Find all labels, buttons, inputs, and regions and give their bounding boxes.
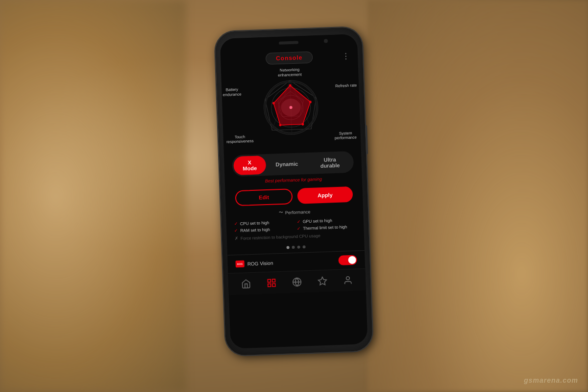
phone-container: Console ⋮ Networkingenhancement Refresh …: [210, 26, 378, 366]
svg-rect-21: [268, 284, 271, 287]
scene: Console ⋮ Networkingenhancement Refresh …: [0, 0, 588, 392]
nav-icon-star[interactable]: [316, 274, 330, 288]
perf-item-gpu: ✓ GPU set to high: [297, 217, 356, 224]
menu-dots-icon[interactable]: ⋮: [342, 51, 350, 61]
rog-vision-toggle[interactable]: [338, 255, 357, 265]
svg-point-26: [346, 276, 349, 280]
edit-button[interactable]: Edit: [235, 188, 293, 206]
performance-title: 〜 Performance: [234, 207, 355, 217]
performance-grid: ✓ CPU set to high ✓ GPU set to high ✓ RA…: [234, 217, 356, 241]
mode-btn-dynamic[interactable]: Dynamic: [268, 154, 306, 174]
background-left: [0, 0, 186, 392]
radar-label-bottom-left: Touchresponsiveness: [226, 134, 254, 144]
apply-button[interactable]: Apply: [297, 186, 353, 204]
radar-label-left: Batteryendurance: [222, 87, 241, 97]
radar-section: Networkingenhancement Refresh rate Syste…: [221, 63, 361, 152]
dot-3: [297, 245, 300, 248]
nav-icon-globe[interactable]: [290, 275, 304, 289]
svg-rect-20: [272, 279, 275, 282]
mode-section: X Mode Dynamic Ultra durable Best perfor…: [224, 147, 362, 189]
svg-marker-25: [318, 277, 326, 285]
radar-chart: [258, 74, 323, 140]
phone-screen: Console ⋮ Networkingenhancement Refresh …: [220, 34, 368, 348]
radar-label-bottom-right: Systemperformance: [335, 131, 357, 141]
check-icon-ram: ✓: [234, 228, 238, 233]
check-icon-cpu: ✓: [234, 221, 238, 226]
perf-item-thermal: ✓ Thermal limit set to high: [297, 224, 356, 231]
radar-label-right: Refresh rate: [335, 83, 357, 88]
dot-2: [292, 246, 294, 249]
rog-logo: ROG: [236, 260, 245, 267]
x-icon-force: ✗: [235, 236, 239, 241]
nav-icon-user[interactable]: [341, 273, 355, 287]
svg-rect-19: [268, 279, 270, 282]
nav-icon-home[interactable]: [239, 277, 253, 291]
check-icon-gpu: ✓: [297, 219, 301, 224]
mode-buttons-group: X Mode Dynamic Ultra durable: [232, 151, 354, 177]
rog-vision-label: ROG ROG Vision: [236, 259, 273, 267]
performance-icon: 〜: [279, 209, 283, 215]
dot-4: [302, 245, 305, 248]
watermark: gsmarena.com: [524, 376, 578, 384]
bottom-nav: [228, 268, 366, 295]
mode-btn-xmode[interactable]: X Mode: [233, 155, 266, 175]
phone-outer: Console ⋮ Networkingenhancement Refresh …: [215, 26, 373, 355]
mode-subtitle: Best performance for gaming: [265, 176, 322, 183]
performance-section: 〜 Performance ✓ CPU set to high ✓ GPU se…: [226, 204, 364, 244]
mode-btn-ultradurable[interactable]: Ultra durable: [308, 152, 353, 172]
svg-rect-22: [272, 284, 275, 287]
background-right: [368, 0, 588, 392]
rog-vision-text: ROG Vision: [247, 260, 273, 266]
perf-item-ram: ✓ RAM set to high: [234, 226, 293, 233]
svg-point-14: [289, 84, 292, 86]
dot-1: [286, 246, 289, 249]
perf-item-force: ✗ Force restriction to background CPU us…: [235, 232, 356, 241]
check-icon-thermal: ✓: [297, 226, 301, 231]
app-title: Console: [266, 51, 313, 64]
side-button: [365, 125, 368, 154]
svg-line-24: [293, 282, 301, 282]
perf-item-cpu: ✓ CPU set to high: [234, 219, 293, 226]
nav-icon-grid[interactable]: [265, 276, 279, 290]
